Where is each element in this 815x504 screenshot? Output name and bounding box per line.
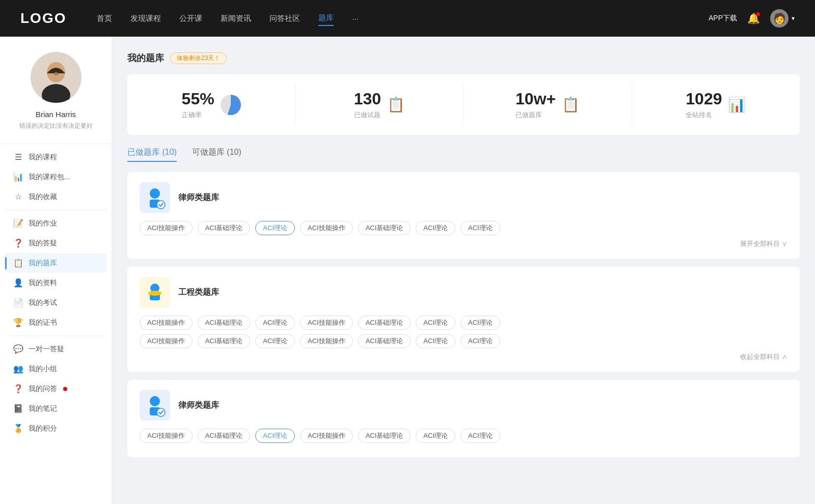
nav-home[interactable]: 首页: [97, 12, 112, 25]
user-avatar-menu[interactable]: 🧑 ▾: [770, 9, 795, 27]
tag-item[interactable]: ACI技能操作: [300, 334, 353, 348]
star-icon: ☆: [13, 192, 23, 202]
tag-item[interactable]: ACI理论: [416, 221, 455, 235]
sidebar-item-profile[interactable]: 👤 我的资料: [5, 273, 106, 293]
tabs-row: 已做题库 (10) 可做题库 (10): [127, 147, 800, 162]
sidebar-divider-2: [5, 210, 106, 210]
tag-item[interactable]: ACI理论: [460, 221, 500, 235]
expand-button-1[interactable]: 展开全部科目 ∨: [140, 239, 787, 248]
certificate-icon: 🏆: [13, 318, 23, 327]
sidebar-item-favorites[interactable]: ☆ 我的收藏: [5, 187, 106, 207]
sidebar-item-my-qa[interactable]: ❓ 我的答疑: [5, 233, 106, 253]
tag-item[interactable]: ACI理论: [255, 316, 295, 330]
tags-row-1: ACI技能操作 ACI基础理论 ACI理论 ACI技能操作 ACI基础理论 AC…: [140, 221, 787, 235]
tag-item[interactable]: ACI技能操作: [140, 316, 193, 330]
sidebar-label: 我的答疑: [29, 239, 57, 248]
nav-qa[interactable]: 问答社区: [269, 12, 300, 25]
tag-item[interactable]: ACI基础理论: [358, 429, 411, 443]
tag-item-active[interactable]: ACI理论: [255, 221, 295, 235]
tab-done-banks[interactable]: 已做题库 (10): [127, 147, 177, 162]
nav-more[interactable]: ···: [352, 12, 359, 25]
sidebar-item-certificate[interactable]: 🏆 我的证书: [5, 313, 106, 332]
main-content: 我的题库 体验剩余23天！ 55% 正确率 130 已做试题 📋: [112, 37, 815, 504]
sidebar-label: 我的作业: [29, 219, 57, 228]
tag-item[interactable]: ACI理论: [460, 316, 500, 330]
tag-item[interactable]: ACI基础理论: [358, 316, 411, 330]
notification-dot: [756, 12, 760, 16]
sidebar-item-question[interactable]: ❓ 我的问答: [5, 379, 106, 399]
tag-item[interactable]: ACI技能操作: [300, 221, 353, 235]
group-icon: 👥: [13, 364, 23, 374]
svg-point-12: [150, 396, 160, 406]
stat-accuracy: 55% 正确率: [127, 85, 295, 125]
nav-news[interactable]: 新闻资讯: [221, 12, 251, 25]
sidebar-item-my-courses[interactable]: ☰ 我的课程: [5, 147, 106, 167]
tags-row-3: ACI技能操作 ACI基础理论 ACI理论 ACI技能操作 ACI基础理论 AC…: [140, 429, 787, 443]
stat-value-rank: 1029 全站排名: [686, 90, 722, 120]
qbank-card-lawyer: 律师类题库 ACI技能操作 ACI基础理论 ACI理论 ACI技能操作 ACI基…: [127, 172, 800, 259]
sidebar-label: 我的积分: [29, 424, 57, 433]
tag-item[interactable]: ACI基础理论: [198, 429, 251, 443]
tag-item[interactable]: ACI技能操作: [300, 429, 353, 443]
sidebar-item-group[interactable]: 👥 我的小组: [5, 359, 106, 379]
tag-item[interactable]: ACI基础理论: [198, 334, 251, 348]
qbank-name-1: 律师类题库: [178, 192, 219, 203]
sidebar-item-course-package[interactable]: 📊 我的课程包...: [5, 167, 106, 187]
collapse-button-2[interactable]: 收起全部科目 ∧: [140, 352, 787, 361]
profile-avatar: [31, 52, 82, 103]
qbank-card-engineering: 工程类题库 ACI技能操作 ACI基础理论 ACI理论 ACI技能操作 ACI基…: [127, 267, 800, 372]
tags-row-2b: ACI技能操作 ACI基础理论 ACI理论 ACI技能操作 ACI基础理论 AC…: [140, 334, 787, 348]
navbar: LOGO 首页 发现课程 公开课 新闻资讯 问答社区 题库 ··· APP下载 …: [0, 0, 815, 37]
tag-item[interactable]: ACI基础理论: [198, 316, 251, 330]
qbank-icon-lawyer: [140, 182, 170, 213]
nav-qbank[interactable]: 题库: [318, 11, 334, 26]
tag-item[interactable]: ACI理论: [460, 429, 500, 443]
sidebar-divider-3: [5, 335, 106, 336]
sidebar-label: 我的课程包...: [29, 173, 70, 182]
sidebar-item-exam[interactable]: 📄 我的考试: [5, 293, 106, 313]
chevron-down-icon: ▾: [792, 15, 795, 22]
stats-row: 55% 正确率 130 已做试题 📋 10w+ 已做题库 📋: [127, 74, 800, 135]
sidebar-item-tutoring[interactable]: 💬 一对一答疑: [5, 339, 106, 359]
qbank-icon-lawyer-2: [140, 390, 170, 421]
logo[interactable]: LOGO: [20, 10, 66, 26]
chat-icon: 💬: [13, 344, 23, 354]
tag-item[interactable]: ACI理论: [416, 334, 455, 348]
question-icon: ❓: [13, 384, 23, 394]
qbank-icon-engineering: [140, 277, 170, 307]
tag-item[interactable]: ACI理论: [416, 316, 455, 330]
stat-ranking: 1029 全站排名 📊: [632, 85, 800, 125]
tag-item[interactable]: ACI理论: [460, 334, 500, 348]
tag-item[interactable]: ACI技能操作: [300, 316, 353, 330]
notification-bell[interactable]: 🔔: [747, 12, 760, 24]
tag-item[interactable]: ACI理论: [255, 334, 295, 348]
nav-opencourse[interactable]: 公开课: [179, 12, 202, 25]
sidebar-label: 我的笔记: [29, 404, 57, 413]
tag-item[interactable]: ACI基础理论: [198, 221, 251, 235]
tag-item[interactable]: ACI理论: [416, 429, 455, 443]
tab-available-banks[interactable]: 可做题库 (10): [192, 147, 241, 162]
tag-item[interactable]: ACI基础理论: [358, 221, 411, 235]
user-avatar: 🧑: [770, 9, 789, 27]
sidebar-item-points[interactable]: 🏅 我的积分: [5, 418, 106, 438]
stat-value-done-b: 10w+ 已做题库: [515, 90, 556, 120]
app-download-button[interactable]: APP下载: [709, 14, 737, 23]
tag-item[interactable]: ACI基础理论: [358, 334, 411, 348]
ranking-icon: 📊: [728, 96, 746, 113]
qbank-name-2: 工程类题库: [178, 287, 219, 298]
tag-item[interactable]: ACI技能操作: [140, 334, 193, 348]
exam-icon: 📄: [13, 298, 23, 307]
sidebar-item-qbank[interactable]: 📋 我的题库: [5, 253, 106, 273]
tags-row-2a: ACI技能操作 ACI基础理论 ACI理论 ACI技能操作 ACI基础理论 AC…: [140, 316, 787, 330]
svg-rect-11: [153, 291, 157, 294]
tag-item-active[interactable]: ACI理论: [255, 429, 295, 443]
svg-point-14: [157, 408, 165, 416]
sidebar-item-notes[interactable]: 📓 我的笔记: [5, 399, 106, 418]
nav-discover[interactable]: 发现课程: [130, 12, 161, 25]
sidebar-label: 我的小组: [29, 365, 57, 374]
sidebar-label: 一对一答疑: [29, 345, 64, 354]
tag-item[interactable]: ACI技能操作: [140, 429, 193, 443]
notes-icon: 📓: [13, 404, 23, 413]
tag-item[interactable]: ACI技能操作: [140, 221, 193, 235]
sidebar-item-homework[interactable]: 📝 我的作业: [5, 213, 106, 233]
